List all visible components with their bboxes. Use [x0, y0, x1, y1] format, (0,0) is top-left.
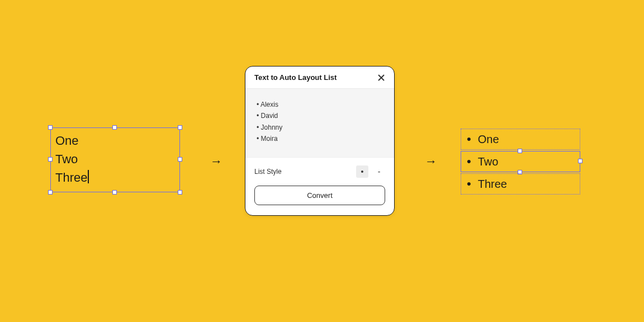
dialog-preview: Alexis David Johnny Moira [245, 89, 394, 157]
plugin-dialog: Text to Auto Layout List Alexis David Jo… [245, 66, 395, 216]
resize-handle[interactable] [178, 190, 182, 195]
list-item-label: Two [478, 155, 499, 168]
list-style-options: • - [356, 165, 385, 178]
text-input-frame[interactable]: One Two Three [50, 127, 180, 192]
list-style-label: List Style [254, 168, 282, 176]
text-line: One [55, 131, 175, 150]
close-icon[interactable] [377, 74, 385, 82]
output-auto-layout-list: • One • Two • Three [461, 129, 580, 196]
dialog-title: Text to Auto Layout List [254, 73, 337, 82]
list-style-bullet-option[interactable]: • [356, 165, 368, 178]
bullet-icon: • [467, 155, 471, 168]
resize-handle[interactable] [112, 190, 117, 195]
resize-handle[interactable] [48, 125, 53, 130]
resize-handle[interactable] [578, 159, 583, 163]
arrow-right-icon: → [210, 154, 222, 169]
list-item-label: Three [478, 178, 507, 191]
resize-handle[interactable] [518, 149, 522, 153]
dialog-controls: List Style • - Convert [245, 157, 394, 215]
resize-handle[interactable] [178, 125, 182, 130]
list-style-row: List Style • - [254, 165, 385, 178]
dialog-header: Text to Auto Layout List [245, 67, 394, 89]
convert-button[interactable]: Convert [254, 186, 385, 205]
bullet-icon: • [467, 178, 471, 190]
text-cursor [88, 170, 89, 183]
text-line: Two [55, 150, 175, 168]
preview-item: David [257, 110, 383, 121]
arrow-right-icon: → [425, 154, 437, 169]
preview-item: Johnny [257, 122, 383, 133]
list-item-label: One [478, 133, 499, 146]
resize-handle[interactable] [112, 125, 117, 130]
resize-handle[interactable] [48, 190, 53, 195]
bullet-icon: • [467, 133, 471, 145]
resize-handle[interactable] [178, 157, 182, 162]
list-style-dash-option[interactable]: - [373, 165, 385, 178]
text-line: Three [55, 168, 175, 187]
list-item[interactable]: • Three [461, 173, 580, 195]
preview-item: Alexis [257, 99, 383, 110]
list-item[interactable]: • One [461, 129, 580, 150]
preview-item: Moira [257, 133, 383, 144]
resize-handle[interactable] [48, 157, 53, 162]
list-item-selected[interactable]: • Two [461, 151, 580, 172]
